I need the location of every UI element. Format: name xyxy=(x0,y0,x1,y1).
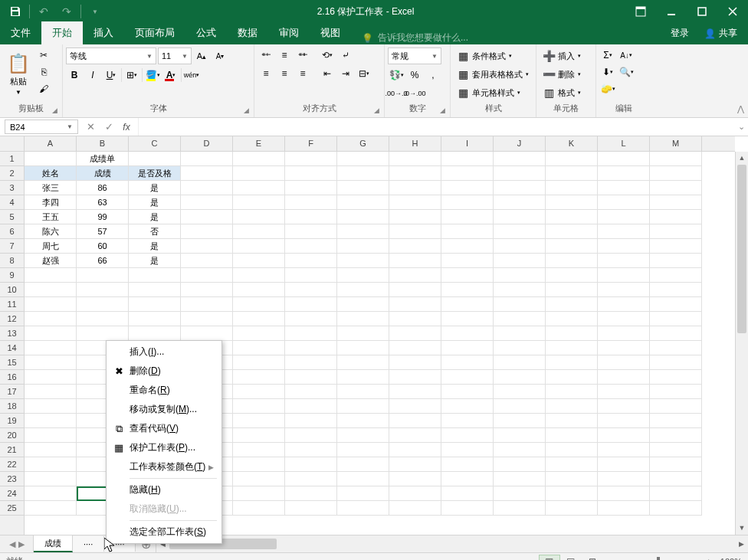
cell[interactable] xyxy=(285,486,337,501)
currency-button[interactable]: 💱▾ xyxy=(388,67,405,83)
cell[interactable] xyxy=(337,486,389,501)
scroll-up-button[interactable]: ▲ xyxy=(736,152,748,165)
cell[interactable] xyxy=(337,399,389,414)
cell[interactable] xyxy=(25,355,77,370)
cell[interactable] xyxy=(233,428,285,443)
cell[interactable] xyxy=(441,181,494,195)
cell[interactable] xyxy=(337,443,389,457)
column-header-M[interactable]: M xyxy=(650,136,702,151)
cell[interactable] xyxy=(285,166,337,181)
cell[interactable] xyxy=(494,341,546,355)
cell[interactable] xyxy=(337,254,389,268)
cell[interactable] xyxy=(441,457,494,472)
cell[interactable] xyxy=(598,399,650,414)
cell[interactable] xyxy=(494,355,546,370)
cell[interactable] xyxy=(285,152,337,166)
cell[interactable] xyxy=(389,152,441,166)
cell[interactable] xyxy=(494,414,546,428)
cell[interactable] xyxy=(441,385,494,399)
tab-formulas[interactable]: 公式 xyxy=(185,21,227,44)
cell[interactable] xyxy=(546,399,598,414)
cell[interactable] xyxy=(77,312,129,326)
cell[interactable] xyxy=(285,385,337,399)
cell[interactable] xyxy=(650,486,702,501)
nav-next-icon[interactable]: ▶ xyxy=(18,539,25,549)
cell[interactable] xyxy=(494,297,546,312)
cell[interactable] xyxy=(546,443,598,457)
bold-button[interactable]: B xyxy=(66,67,83,83)
ribbon-options-button[interactable] xyxy=(625,0,656,23)
cell[interactable] xyxy=(181,181,233,195)
cell[interactable] xyxy=(233,341,285,355)
cell[interactable] xyxy=(25,385,77,399)
cell[interactable] xyxy=(337,224,389,239)
row-header-21[interactable]: 21 xyxy=(0,443,24,457)
cell[interactable] xyxy=(546,457,598,472)
cell[interactable] xyxy=(233,486,285,501)
cell[interactable] xyxy=(650,224,702,239)
format-as-table-button[interactable]: ▦套用表格格式▾ xyxy=(454,66,532,83)
cell[interactable] xyxy=(441,414,494,428)
vertical-scrollbar[interactable]: ▲ ▼ xyxy=(735,152,748,535)
cell[interactable] xyxy=(285,355,337,370)
row-header-1[interactable]: 1 xyxy=(0,152,24,166)
cell[interactable] xyxy=(650,326,702,341)
italic-button[interactable]: I xyxy=(84,67,101,83)
cell[interactable] xyxy=(546,486,598,501)
cell[interactable] xyxy=(650,443,702,457)
cell[interactable] xyxy=(25,443,77,457)
cell[interactable] xyxy=(25,297,77,312)
increase-decimal-button[interactable]: .00→.0 xyxy=(388,86,405,101)
cell[interactable] xyxy=(494,501,546,516)
cell[interactable] xyxy=(25,283,77,297)
cell[interactable] xyxy=(181,152,233,166)
cell[interactable] xyxy=(650,385,702,399)
cell[interactable] xyxy=(389,268,441,283)
cell[interactable] xyxy=(546,224,598,239)
cell-styles-button[interactable]: ▦单元格样式▾ xyxy=(454,84,523,101)
cell[interactable] xyxy=(546,195,598,210)
row-header-3[interactable]: 3 xyxy=(0,181,24,195)
scroll-down-button[interactable]: ▼ xyxy=(736,522,748,535)
cell[interactable] xyxy=(650,428,702,443)
cell[interactable] xyxy=(494,457,546,472)
row-header-19[interactable]: 19 xyxy=(0,414,24,428)
cell[interactable] xyxy=(650,210,702,224)
cell[interactable] xyxy=(389,486,441,501)
row-header-13[interactable]: 13 xyxy=(0,326,24,341)
cell[interactable] xyxy=(441,254,494,268)
cell[interactable] xyxy=(285,472,337,486)
cell[interactable] xyxy=(546,312,598,326)
column-header-I[interactable]: I xyxy=(441,136,494,151)
cell[interactable] xyxy=(389,501,441,516)
cell[interactable] xyxy=(389,399,441,414)
cell[interactable] xyxy=(285,297,337,312)
cell[interactable] xyxy=(546,341,598,355)
decrease-decimal-button[interactable]: .0→.00 xyxy=(406,86,423,101)
cell[interactable] xyxy=(650,152,702,166)
context-menu-item[interactable]: ⧉查看代码(V) xyxy=(108,419,220,438)
wrap-text-button[interactable]: ⤶ xyxy=(337,47,354,63)
sheet-tab-2[interactable]: ···· xyxy=(73,536,104,552)
column-header-K[interactable]: K xyxy=(546,136,598,151)
cell[interactable] xyxy=(233,501,285,516)
row-header-17[interactable]: 17 xyxy=(0,385,24,399)
autosum-button[interactable]: Σ▾ xyxy=(599,47,616,63)
row-header-20[interactable]: 20 xyxy=(0,428,24,443)
cell[interactable] xyxy=(494,224,546,239)
cell[interactable] xyxy=(337,268,389,283)
cell[interactable] xyxy=(598,224,650,239)
cell[interactable] xyxy=(650,399,702,414)
column-header-B[interactable]: B xyxy=(77,136,129,151)
sort-filter-button[interactable]: A↓▾ xyxy=(618,47,635,63)
cell[interactable] xyxy=(598,195,650,210)
cell[interactable] xyxy=(337,210,389,224)
context-menu-item[interactable]: ✖删除(D) xyxy=(108,362,220,381)
orientation-button[interactable]: ⟲▾ xyxy=(319,47,336,63)
number-launcher[interactable]: ◢ xyxy=(440,106,445,114)
row-header-25[interactable]: 25 xyxy=(0,501,24,516)
cell[interactable] xyxy=(181,239,233,254)
cell[interactable] xyxy=(337,181,389,195)
maximize-button[interactable] xyxy=(687,0,717,23)
cell[interactable] xyxy=(181,166,233,181)
